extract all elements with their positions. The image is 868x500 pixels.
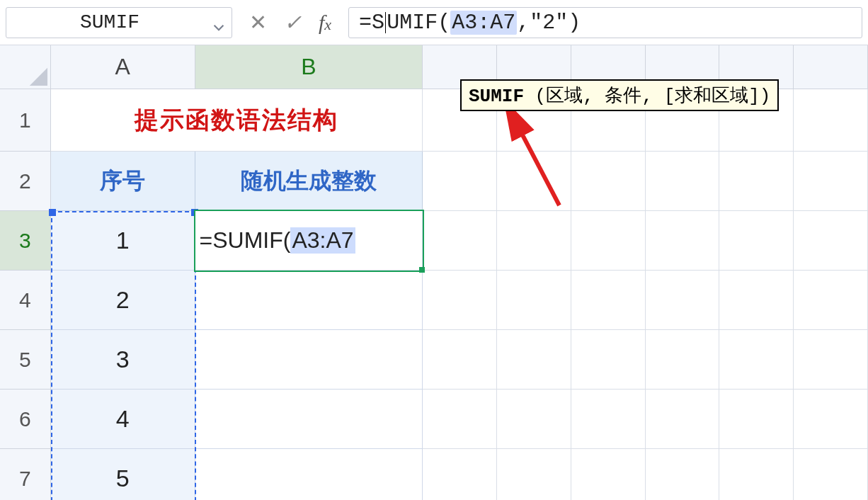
cell-C6[interactable] bbox=[423, 390, 497, 449]
cell-formula-range: A3:A7 bbox=[290, 227, 355, 254]
cell-formula-prefix: =SUMIF( bbox=[200, 227, 291, 254]
cell-A5[interactable]: 3 bbox=[51, 330, 195, 390]
cell-F2[interactable] bbox=[646, 152, 720, 211]
cell-B3-editing[interactable]: =SUMIF(A3:A7 bbox=[195, 211, 423, 271]
cell-F7[interactable] bbox=[646, 449, 720, 500]
cell-C2[interactable] bbox=[423, 152, 497, 211]
cell-H7[interactable] bbox=[794, 449, 868, 500]
row-header-2[interactable]: 2 bbox=[0, 152, 51, 211]
row-header-1[interactable]: 1 bbox=[0, 89, 51, 152]
cell-C7[interactable] bbox=[423, 449, 497, 500]
formula-text-mid: UMIF( bbox=[387, 11, 450, 35]
cell-H4[interactable] bbox=[794, 271, 868, 330]
cell-B5[interactable] bbox=[195, 330, 423, 390]
enter-icon[interactable]: ✓ bbox=[284, 10, 302, 35]
cell-D7[interactable] bbox=[497, 449, 571, 500]
row-header-6[interactable]: 6 bbox=[0, 390, 51, 449]
cell-B4[interactable] bbox=[195, 271, 423, 330]
cell-C3[interactable] bbox=[423, 211, 497, 271]
cell-E3[interactable] bbox=[571, 211, 646, 271]
cell-H1[interactable] bbox=[794, 89, 868, 152]
cell-G5[interactable] bbox=[719, 330, 794, 390]
cell-B2-header[interactable]: 随机生成整数 bbox=[195, 152, 423, 211]
cell-C4[interactable] bbox=[423, 271, 497, 330]
function-tooltip[interactable]: SUMIF (区域, 条件, [求和区域]) bbox=[460, 79, 779, 111]
cell-D4[interactable] bbox=[497, 271, 571, 330]
cell-A3[interactable]: 1 bbox=[51, 211, 195, 271]
cell-F4[interactable] bbox=[646, 271, 720, 330]
row-header-5[interactable]: 5 bbox=[0, 330, 51, 390]
row-4: 4 2 bbox=[0, 271, 868, 330]
row-5: 5 3 bbox=[0, 330, 868, 390]
cell-H3[interactable] bbox=[794, 211, 868, 271]
cell-A6[interactable]: 4 bbox=[51, 390, 195, 449]
cell-A7[interactable]: 5 bbox=[51, 449, 195, 500]
name-box-text: SUMIF bbox=[6, 11, 213, 33]
rows: 1 提示函数语法结构 2 序号 随机生成整数 3 1 =SUMIF(A bbox=[0, 89, 868, 500]
row-2: 2 序号 随机生成整数 bbox=[0, 152, 868, 211]
formula-text-suffix: ,"2") bbox=[517, 11, 581, 35]
cell-B6[interactable] bbox=[195, 390, 423, 449]
name-box-dropdown-icon[interactable] bbox=[213, 17, 224, 28]
row-6: 6 4 bbox=[0, 390, 868, 449]
text-cursor bbox=[385, 12, 386, 33]
row-header-4[interactable]: 4 bbox=[0, 271, 51, 330]
formula-input[interactable]: =SUMIF(A3:A7,"2") bbox=[348, 7, 862, 38]
cell-G2[interactable] bbox=[719, 152, 794, 211]
cell-E2[interactable] bbox=[571, 152, 646, 211]
select-all-corner[interactable] bbox=[0, 45, 51, 89]
cell-D2[interactable] bbox=[497, 152, 571, 211]
formula-text-prefix: =S bbox=[359, 11, 384, 35]
cell-F5[interactable] bbox=[646, 330, 720, 390]
formula-bar: SUMIF ✕ ✓ fx =SUMIF(A3:A7,"2") bbox=[0, 0, 868, 45]
cell-G7[interactable] bbox=[719, 449, 794, 500]
cell-C5[interactable] bbox=[423, 330, 497, 390]
cell-G4[interactable] bbox=[719, 271, 794, 330]
row-header-7[interactable]: 7 bbox=[0, 449, 51, 500]
cell-E5[interactable] bbox=[571, 330, 646, 390]
cell-H5[interactable] bbox=[794, 330, 868, 390]
cell-F3[interactable] bbox=[646, 211, 720, 271]
cancel-icon[interactable]: ✕ bbox=[249, 10, 267, 35]
col-header-B[interactable]: B bbox=[195, 45, 423, 89]
cell-G6[interactable] bbox=[719, 390, 794, 449]
fx-icon[interactable]: fx bbox=[319, 11, 331, 35]
name-box[interactable]: SUMIF bbox=[6, 7, 232, 38]
cell-F6[interactable] bbox=[646, 390, 720, 449]
col-header-H[interactable] bbox=[794, 45, 868, 89]
col-header-A[interactable]: A bbox=[51, 45, 195, 89]
cell-A1-merged-title[interactable]: 提示函数语法结构 bbox=[51, 89, 423, 152]
cell-H2[interactable] bbox=[794, 152, 868, 211]
cell-E6[interactable] bbox=[571, 390, 646, 449]
cell-A2-header[interactable]: 序号 bbox=[51, 152, 195, 211]
cell-E7[interactable] bbox=[571, 449, 646, 500]
cell-B7[interactable] bbox=[195, 449, 423, 500]
cell-H6[interactable] bbox=[794, 390, 868, 449]
cell-D6[interactable] bbox=[497, 390, 571, 449]
cell-A4[interactable]: 2 bbox=[51, 271, 195, 330]
tooltip-fn-name: SUMIF bbox=[469, 86, 524, 107]
spreadsheet: A B 1 提示函数语法结构 2 序号 随机生成整数 bbox=[0, 45, 868, 500]
tooltip-fn-args: (区域, 条件, [求和区域]) bbox=[524, 86, 770, 107]
cell-D3[interactable] bbox=[497, 211, 571, 271]
row-header-3[interactable]: 3 bbox=[0, 211, 51, 271]
cell-G3[interactable] bbox=[719, 211, 794, 271]
formula-range-highlight: A3:A7 bbox=[450, 11, 517, 35]
cell-D5[interactable] bbox=[497, 330, 571, 390]
formula-bar-controls: ✕ ✓ fx bbox=[245, 10, 336, 35]
row-3: 3 1 =SUMIF(A3:A7 bbox=[0, 211, 868, 271]
cell-E4[interactable] bbox=[571, 271, 646, 330]
row-7: 7 5 bbox=[0, 449, 868, 500]
